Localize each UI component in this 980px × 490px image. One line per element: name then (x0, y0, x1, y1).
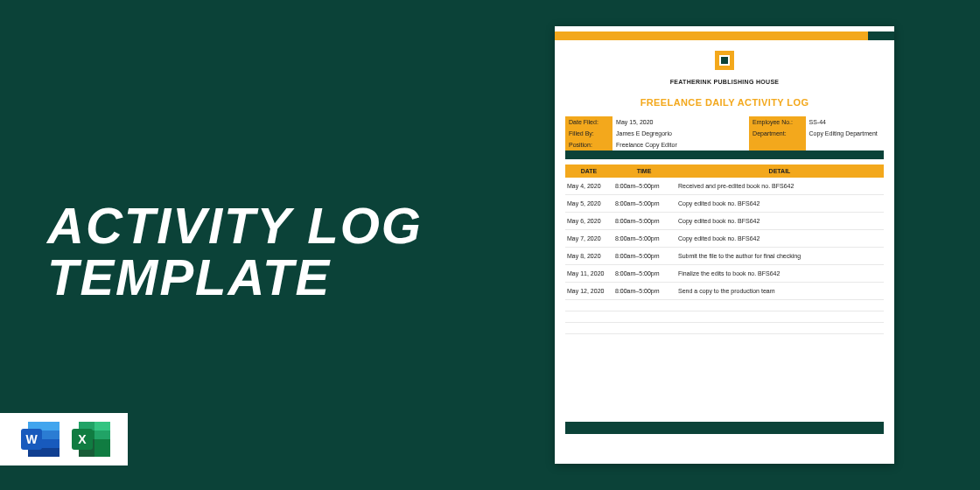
meta-section: Date Filed: May 15, 2020 Employee No.: S… (565, 116, 884, 150)
doc-bottom-accent (565, 422, 884, 434)
meta-value-date-filed: May 15, 2020 (612, 116, 749, 128)
cell-date (565, 300, 612, 311)
col-time: TIME (612, 164, 676, 178)
log-header: DATE TIME DETAIL (565, 164, 884, 178)
cell-time: 8:00am–5:00pm (612, 195, 676, 212)
cell-detail (676, 300, 884, 311)
table-row: May 4, 20208:00am–5:00pmReceived and pre… (565, 178, 884, 195)
log-body: May 4, 20208:00am–5:00pmReceived and pre… (565, 178, 884, 334)
cell-time: 8:00am–5:00pm (612, 265, 676, 282)
table-row: May 11, 20208:00am–5:00pmFinalize the ed… (565, 265, 884, 283)
cell-date: May 7, 2020 (565, 230, 612, 247)
cell-detail: Received and pre-edited book no. BFS642 (676, 178, 884, 194)
cell-time: 8:00am–5:00pm (612, 230, 676, 247)
table-row: May 8, 20208:00am–5:00pmSubmit the file … (565, 248, 884, 265)
table-row (565, 323, 884, 334)
cell-time: 8:00am–5:00pm (612, 283, 676, 299)
document-preview: FEATHERINK PUBLISHING HOUSE FREELANCE DA… (555, 26, 894, 464)
cell-detail (676, 323, 884, 333)
excel-icon-letter: X (72, 429, 93, 450)
meta-label-filled-by: Filled By: (565, 128, 612, 139)
cell-date: May 12, 2020 (565, 283, 612, 299)
cell-date: May 4, 2020 (565, 178, 612, 194)
cell-date: May 5, 2020 (565, 195, 612, 212)
cell-time (612, 323, 676, 333)
cell-time: 8:00am–5:00pm (612, 213, 676, 229)
cell-date: May 8, 2020 (565, 248, 612, 264)
word-icon: W (21, 422, 60, 457)
meta-table: Date Filed: May 15, 2020 Employee No.: S… (565, 116, 884, 150)
meta-value-employee-no: SS-44 (806, 116, 884, 128)
cell-detail: Copy edited book no. BFS642 (676, 213, 884, 229)
cell-time (612, 300, 676, 311)
meta-label-date-filed: Date Filed: (565, 116, 612, 128)
table-row (565, 300, 884, 312)
cell-detail (676, 312, 884, 322)
word-icon-letter: W (21, 429, 42, 450)
cell-date: May 6, 2020 (565, 213, 612, 229)
col-detail: DETAIL (676, 164, 884, 178)
excel-icon: X (72, 422, 110, 457)
cell-time: 8:00am–5:00pm (612, 178, 676, 194)
table-row (565, 312, 884, 323)
company-logo-icon (715, 51, 734, 70)
table-row: May 5, 20208:00am–5:00pmCopy edited book… (565, 195, 884, 213)
cell-time (612, 312, 676, 322)
cell-detail: Submit the file to the author for final … (676, 248, 884, 264)
meta-value-position: Freelance Copy Editor (612, 139, 749, 150)
meta-value-filled-by: James E Degregorio (612, 128, 749, 139)
table-row: May 12, 20208:00am–5:00pmSend a copy to … (565, 283, 884, 300)
cell-time: 8:00am–5:00pm (612, 248, 676, 264)
meta-label-department: Department: (749, 128, 805, 139)
table-row: May 7, 20208:00am–5:00pmCopy edited book… (565, 230, 884, 248)
cell-detail: Send a copy to the production team (676, 283, 884, 299)
cell-date (565, 323, 612, 333)
company-name: FEATHERINK PUBLISHING HOUSE (555, 79, 894, 85)
col-date: DATE (565, 164, 612, 178)
meta-label-position: Position: (565, 139, 612, 150)
cell-date: May 11, 2020 (565, 265, 612, 282)
cell-date (565, 312, 612, 322)
page-title-line2: TEMPLATE (47, 251, 423, 303)
cell-detail: Copy edited book no. BFS642 (676, 195, 884, 212)
doc-title: FREELANCE DAILY ACTIVITY LOG (555, 97, 894, 108)
table-row: May 6, 20208:00am–5:00pmCopy edited book… (565, 213, 884, 230)
doc-top-accent (555, 32, 894, 40)
page-title-line1: ACTIVITY LOG (47, 200, 423, 251)
meta-value-department: Copy Editing Department (806, 128, 884, 139)
page-title: ACTIVITY LOG TEMPLATE (47, 200, 423, 303)
format-icon-row: W X (0, 413, 128, 466)
meta-label-employee-no: Employee No.: (749, 116, 805, 128)
teal-divider (565, 150, 884, 159)
cell-detail: Copy edited book no. BFS642 (676, 230, 884, 247)
cell-detail: Finalize the edits to book no. BFS642 (676, 265, 884, 282)
